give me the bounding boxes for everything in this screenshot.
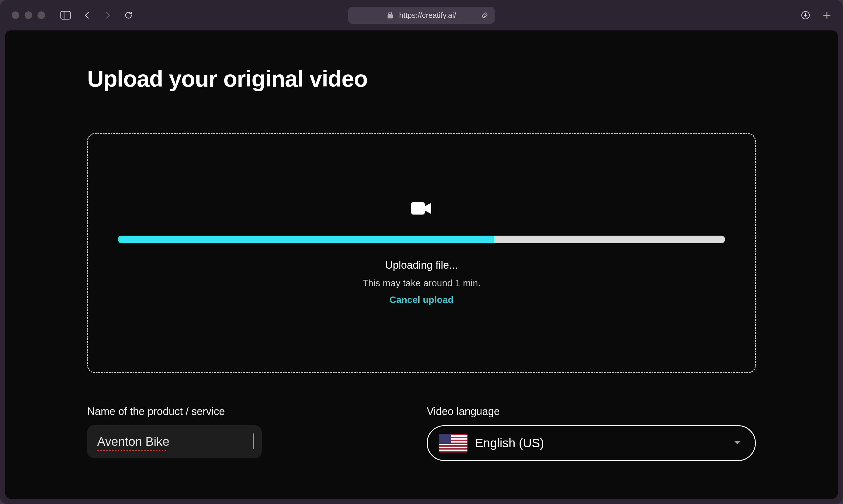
lock-icon xyxy=(387,12,393,19)
sidebar-toggle-icon[interactable] xyxy=(60,11,71,20)
video-language-select[interactable]: English (US) xyxy=(427,425,756,461)
form-row: Name of the product / service Video lang… xyxy=(87,406,756,461)
product-name-label: Name of the product / service xyxy=(87,406,416,418)
chevron-down-icon xyxy=(734,441,741,446)
new-tab-button[interactable] xyxy=(823,11,831,20)
svg-rect-2 xyxy=(388,14,393,18)
page-title: Upload your original video xyxy=(87,66,756,92)
text-caret xyxy=(253,433,254,449)
upload-status-text: Uploading file... xyxy=(385,259,458,271)
cancel-upload-link[interactable]: Cancel upload xyxy=(390,294,454,305)
minimize-window-button[interactable] xyxy=(24,12,32,19)
share-link-icon[interactable] xyxy=(481,11,489,19)
upload-dropzone[interactable]: Uploading file... This may take around 1… xyxy=(87,133,756,373)
upload-progress-fill xyxy=(118,236,495,243)
upload-hint-text: This may take around 1 min. xyxy=(362,278,481,289)
url-text: https://creatify.ai/ xyxy=(399,11,456,20)
video-language-value: English (US) xyxy=(475,436,544,450)
back-button[interactable] xyxy=(83,11,91,19)
browser-window: https://creatify.ai/ xyxy=(0,0,843,504)
product-name-input[interactable] xyxy=(87,425,262,458)
page-content: Upload your original video Uploading fil… xyxy=(5,31,838,499)
video-language-label: Video language xyxy=(427,406,756,418)
svg-rect-7 xyxy=(411,202,425,215)
video-camera-icon xyxy=(411,201,432,216)
us-flag-icon xyxy=(440,434,467,452)
close-window-button[interactable] xyxy=(12,12,19,19)
window-controls xyxy=(12,12,45,19)
downloads-icon[interactable] xyxy=(801,11,810,20)
address-bar[interactable]: https://creatify.ai/ xyxy=(348,7,495,24)
spellcheck-underline xyxy=(97,450,167,451)
titlebar: https://creatify.ai/ xyxy=(0,0,843,31)
fullscreen-window-button[interactable] xyxy=(37,12,45,19)
reload-button[interactable] xyxy=(124,11,133,20)
svg-rect-0 xyxy=(61,12,71,19)
forward-button[interactable] xyxy=(104,11,112,19)
upload-progress-bar xyxy=(118,236,725,243)
